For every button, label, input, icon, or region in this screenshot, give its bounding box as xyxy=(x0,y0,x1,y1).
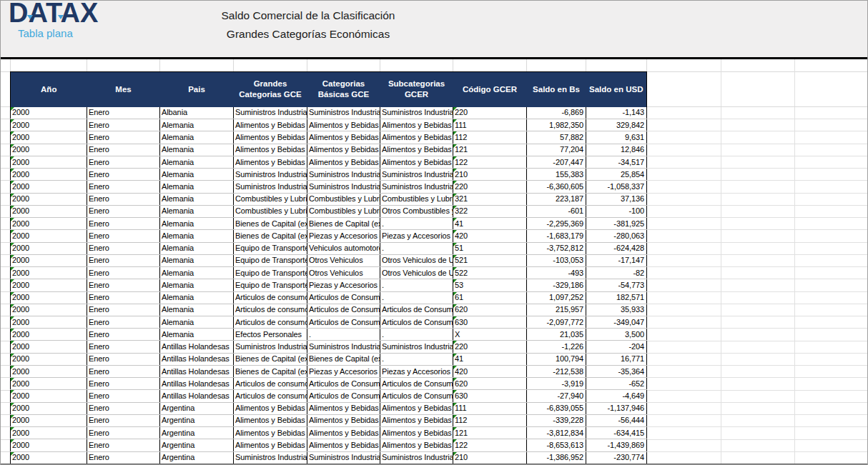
cell-subcategorias[interactable]: Otros Vehiculos de U xyxy=(380,267,453,279)
cell-mes[interactable]: Enero xyxy=(87,267,160,279)
column-header-categorias-basicas[interactable]: Categorias Básicas GCE xyxy=(307,72,380,107)
cell-categorias-basicas[interactable]: Articulos de Consumo xyxy=(307,378,380,390)
cell-pais[interactable]: Alemania xyxy=(160,230,234,242)
cell-mes[interactable]: Enero xyxy=(87,131,160,144)
cell-categorias-basicas[interactable]: Alimentos y Bebidas ( xyxy=(307,439,380,451)
cell-mes[interactable]: Enero xyxy=(87,341,160,353)
cell-grandes-categorias[interactable]: Suministros Industrial xyxy=(234,169,307,181)
cell-categorias-basicas[interactable]: Piezas y Accesorios d xyxy=(307,279,380,291)
cell-saldo-bs[interactable]: 1,982,350 xyxy=(527,119,586,131)
cell-subcategorias[interactable]: Alimentos y Bebidas ( xyxy=(380,439,453,451)
cell-saldo-usd[interactable]: 329,842 xyxy=(586,119,647,131)
cell-grandes-categorias[interactable]: Alimentos y Bebidas xyxy=(234,414,307,426)
cell-categorias-basicas[interactable]: Suministros Industrial xyxy=(307,341,380,353)
cell-saldo-bs[interactable]: -6,869 xyxy=(527,107,586,119)
cell-pais[interactable]: Argentina xyxy=(160,402,234,414)
cell-categorias-basicas[interactable]: Suministros Industrial xyxy=(307,169,380,181)
cell-codigo-gcer[interactable]: 210 xyxy=(453,169,527,181)
cell-categorias-basicas[interactable]: Articulos de Consumo xyxy=(307,316,380,328)
cell-codigo-gcer[interactable]: 420 xyxy=(453,365,527,377)
cell-categorias-basicas[interactable]: Articulos de Consumo xyxy=(307,291,380,304)
column-header-grandes-categorias[interactable]: Grandes Categorias GCE xyxy=(234,72,307,107)
cell-categorias-basicas[interactable]: Suministros Industrial xyxy=(307,181,380,193)
cell-codigo-gcer[interactable]: 41 xyxy=(453,353,527,365)
cell-ano[interactable]: 2000 xyxy=(11,205,87,217)
cell-ano[interactable]: 2000 xyxy=(11,254,87,266)
cell-saldo-usd[interactable]: -35,364 xyxy=(586,365,647,377)
cell-codigo-gcer[interactable]: 521 xyxy=(453,254,527,266)
cell-subcategorias[interactable]: . xyxy=(380,218,453,230)
cell-grandes-categorias[interactable]: Alimentos y Bebidas xyxy=(234,402,307,414)
cell-mes[interactable]: Enero xyxy=(87,254,160,266)
cell-mes[interactable]: Enero xyxy=(87,144,160,156)
cell-subcategorias[interactable]: Articulos de Consumo xyxy=(380,316,453,328)
cell-subcategorias[interactable]: Otros Vehiculos de U xyxy=(380,254,453,266)
cell-pais[interactable]: Antillas Holandesas xyxy=(160,378,234,390)
cell-pais[interactable]: Antillas Holandesas xyxy=(160,365,234,377)
column-header-saldo-usd[interactable]: Saldo en USD xyxy=(586,72,647,107)
cell-subcategorias[interactable]: Piezas y Accesorios xyxy=(380,230,453,242)
cell-grandes-categorias[interactable]: Combustibles y Lubri xyxy=(234,193,307,205)
cell-pais[interactable]: Antillas Holandesas xyxy=(160,353,234,365)
cell-codigo-gcer[interactable]: 210 xyxy=(453,451,527,464)
cell-categorias-basicas[interactable]: Alimentos y Bebidas ( xyxy=(307,402,380,414)
cell-ano[interactable]: 2000 xyxy=(11,181,87,193)
cell-ano[interactable]: 2000 xyxy=(11,119,87,131)
cell-subcategorias[interactable]: Combustibles y Lubri xyxy=(380,193,453,205)
cell-codigo-gcer[interactable]: 122 xyxy=(453,439,527,451)
cell-pais[interactable]: Alemania xyxy=(160,254,234,266)
cell-subcategorias[interactable]: Suministros Industrial xyxy=(380,169,453,181)
cell-mes[interactable]: Enero xyxy=(87,353,160,365)
cell-grandes-categorias[interactable]: Alimentos y Bebidas xyxy=(234,131,307,144)
cell-grandes-categorias[interactable]: Combustibles y Lubri xyxy=(234,205,307,217)
cell-codigo-gcer[interactable]: 111 xyxy=(453,119,527,131)
column-header-mes[interactable]: Mes xyxy=(87,72,160,107)
cell-grandes-categorias[interactable]: Equipo de Transporte xyxy=(234,267,307,279)
cell-grandes-categorias[interactable]: Articulos de consumo xyxy=(234,304,307,316)
cell-saldo-usd[interactable]: 12,846 xyxy=(586,144,647,156)
cell-pais[interactable]: Alemania xyxy=(160,193,234,205)
cell-subcategorias[interactable]: . xyxy=(380,291,453,304)
cell-codigo-gcer[interactable]: 630 xyxy=(453,390,527,402)
cell-ano[interactable]: 2000 xyxy=(11,193,87,205)
cell-saldo-bs[interactable]: -2,097,772 xyxy=(527,316,586,328)
cell-categorias-basicas[interactable]: Alimentos y Bebidas ( xyxy=(307,414,380,426)
cell-pais[interactable]: Argentina xyxy=(160,439,234,451)
cell-grandes-categorias[interactable]: Alimentos y Bebidas xyxy=(234,439,307,451)
cell-ano[interactable]: 2000 xyxy=(11,414,87,426)
cell-categorias-basicas[interactable]: Bienes de Capital (ex xyxy=(307,353,380,365)
cell-subcategorias[interactable]: Alimentos y Bebidas ( xyxy=(380,427,453,439)
cell-subcategorias[interactable]: Suministros Industrial xyxy=(380,181,453,193)
cell-pais[interactable]: Alemania xyxy=(160,181,234,193)
cell-mes[interactable]: Enero xyxy=(87,291,160,304)
cell-saldo-usd[interactable]: -1,137,946 xyxy=(586,402,647,414)
cell-ano[interactable]: 2000 xyxy=(11,107,87,119)
cell-grandes-categorias[interactable]: Articulos de consumo xyxy=(234,316,307,328)
cell-ano[interactable]: 2000 xyxy=(11,439,87,451)
cell-codigo-gcer[interactable]: 620 xyxy=(453,304,527,316)
cell-subcategorias[interactable]: . xyxy=(380,242,453,254)
cell-subcategorias[interactable]: Articulos de Consumo xyxy=(380,378,453,390)
cell-grandes-categorias[interactable]: Bienes de Capital (ex xyxy=(234,218,307,230)
cell-saldo-usd[interactable]: 9,631 xyxy=(586,131,647,144)
cell-pais[interactable]: Argentina xyxy=(160,451,234,464)
cell-subcategorias[interactable]: Suministros Industrial xyxy=(380,451,453,464)
cell-pais[interactable]: Alemania xyxy=(160,169,234,181)
cell-ano[interactable]: 2000 xyxy=(11,267,87,279)
cell-mes[interactable]: Enero xyxy=(87,193,160,205)
cell-ano[interactable]: 2000 xyxy=(11,131,87,144)
cell-saldo-bs[interactable]: 215,957 xyxy=(527,304,586,316)
cell-ano[interactable]: 2000 xyxy=(11,242,87,254)
cell-saldo-usd[interactable]: -1,143 xyxy=(586,107,647,119)
cell-saldo-usd[interactable]: -652 xyxy=(586,378,647,390)
cell-categorias-basicas[interactable]: Alimentos y Bebidas ( xyxy=(307,119,380,131)
cell-pais[interactable]: Argentina xyxy=(160,414,234,426)
cell-categorias-basicas[interactable]: Alimentos y Bebidas ( xyxy=(307,156,380,168)
cell-ano[interactable]: 2000 xyxy=(11,144,87,156)
cell-grandes-categorias[interactable]: Alimentos y Bebidas xyxy=(234,144,307,156)
cell-codigo-gcer[interactable]: 111 xyxy=(453,402,527,414)
cell-saldo-bs[interactable]: -601 xyxy=(527,205,586,217)
cell-saldo-usd[interactable]: -4,649 xyxy=(586,390,647,402)
cell-mes[interactable]: Enero xyxy=(87,230,160,242)
cell-saldo-usd[interactable]: -381,925 xyxy=(586,218,647,230)
